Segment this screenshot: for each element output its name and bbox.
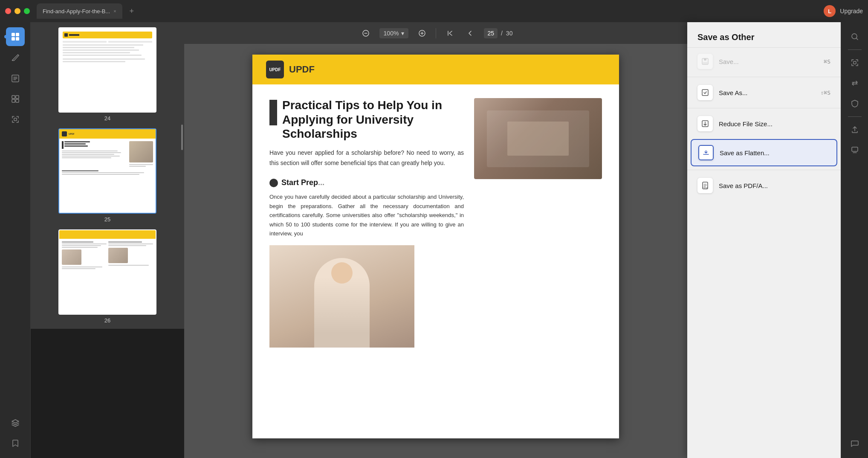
- svg-rect-1: [16, 33, 19, 36]
- title-bar-right: L Upgrade: [824, 5, 863, 17]
- save-menu-item-pdfa[interactable]: PDF/A Save as PDF/A...: [687, 172, 841, 199]
- pdf-header: UPDF UPDF: [252, 55, 619, 84]
- thumbnail-page-24[interactable]: 24: [58, 27, 156, 122]
- ocr-icon-right[interactable]: [845, 53, 864, 72]
- zoom-out-button[interactable]: [359, 26, 373, 40]
- save-menu-item-flatten[interactable]: Save as Flatten...: [691, 139, 837, 166]
- user-avatar[interactable]: L: [824, 5, 836, 17]
- svg-rect-19: [854, 61, 856, 64]
- pdf-body-text-2: Once you have carefully decided about a …: [269, 192, 464, 238]
- search-icon-right[interactable]: [845, 27, 864, 46]
- save-menu-item-save[interactable]: Save... ⌘S: [687, 48, 841, 75]
- save-panel-title: Save as Other: [697, 32, 830, 42]
- right-sidebar: [841, 22, 868, 458]
- svg-rect-3: [16, 37, 19, 41]
- zoom-chevron-icon: ▾: [401, 30, 404, 37]
- title-bar: Find-and-Apply-For-the-B... × + L Upgrad…: [0, 0, 868, 22]
- share-icon-right[interactable]: [845, 120, 864, 139]
- save-as-icon: [697, 85, 713, 100]
- close-button[interactable]: [5, 8, 11, 14]
- sidebar-icon-bookmark[interactable]: [6, 434, 25, 453]
- page-current-input[interactable]: 25: [484, 28, 498, 38]
- upgrade-button[interactable]: Upgrade: [840, 8, 863, 14]
- svg-rect-7: [12, 99, 15, 102]
- pdf-bullet-title: Start Prep...: [269, 178, 464, 187]
- svg-rect-8: [16, 99, 19, 102]
- right-divider-2: [848, 116, 862, 117]
- svg-text:PDF/A: PDF/A: [703, 187, 708, 189]
- tab-close-icon[interactable]: ×: [113, 9, 116, 14]
- save-as-shortcut: ⇧⌘S: [821, 90, 830, 96]
- traffic-lights: [5, 8, 30, 14]
- thumbnail-label-26: 26: [104, 317, 110, 324]
- reduce-icon: [697, 116, 713, 131]
- thumbnail-scrollbar[interactable]: [181, 22, 183, 458]
- pdf-right-column: [474, 98, 602, 348]
- maximize-button[interactable]: [24, 8, 30, 14]
- svg-rect-0: [12, 33, 15, 36]
- convert-icon-right[interactable]: [845, 74, 864, 93]
- new-tab-button[interactable]: +: [126, 5, 138, 17]
- save-shortcut: ⌘S: [824, 58, 830, 65]
- svg-rect-2: [12, 37, 15, 41]
- sidebar-icon-annotate[interactable]: [6, 69, 25, 88]
- sidebar-icon-organize[interactable]: [6, 90, 25, 108]
- save-as-label: Save As...: [719, 89, 815, 96]
- thumbnail-label-24: 24: [104, 115, 110, 122]
- page-total: 30: [506, 30, 513, 37]
- save-divider-3: [687, 170, 841, 170]
- reduce-label: Reduce File Size...: [719, 120, 825, 128]
- pdf-viewport[interactable]: UPDF UPDF Practical Tips to Help You inA…: [184, 44, 687, 458]
- pdf-desk-image: [474, 98, 602, 179]
- thumbnail-page-25[interactable]: UPDF: [58, 128, 156, 223]
- sidebar-icon-thumbnails[interactable]: [6, 27, 25, 46]
- pdf-body-text-1: Have you never applied for a scholarship…: [269, 148, 464, 168]
- thumbnail-panel: 24 UPDF: [31, 22, 184, 329]
- flatten-icon: [698, 145, 714, 160]
- zoom-display[interactable]: 100% ▾: [379, 28, 409, 38]
- toolbar-divider: [436, 28, 436, 38]
- nav-prev-button[interactable]: [463, 26, 477, 40]
- sidebar-icon-layers[interactable]: [6, 414, 25, 432]
- pdf-brand: UPDF: [289, 64, 315, 75]
- active-tab[interactable]: Find-and-Apply-For-the-B... ×: [37, 3, 122, 19]
- svg-rect-20: [852, 147, 858, 151]
- person-illustration: [269, 245, 414, 348]
- protect-icon-right[interactable]: [845, 94, 864, 113]
- zoom-in-button[interactable]: [415, 26, 429, 40]
- toolbar: 100% ▾ 25: [184, 22, 687, 44]
- sidebar-icon-edit[interactable]: [6, 49, 25, 67]
- pdf-page: UPDF UPDF Practical Tips to Help You inA…: [252, 55, 619, 438]
- save-label: Save...: [719, 58, 818, 65]
- svg-rect-6: [16, 96, 19, 99]
- page-navigation: 25 / 30: [484, 28, 512, 38]
- pdf-section-title: Practical Tips to Help You inApplying fo…: [269, 98, 464, 141]
- page-separator: /: [501, 30, 503, 37]
- svg-rect-9: [14, 118, 17, 121]
- main-layout: 24 UPDF: [0, 22, 868, 458]
- pdf-lower-image: [269, 245, 414, 348]
- chat-icon-right[interactable]: [845, 434, 864, 453]
- save-divider-2: [687, 108, 841, 108]
- flatten-label: Save as Flatten...: [720, 149, 824, 157]
- zoom-value: 100%: [384, 30, 399, 37]
- sidebar-icon-ocr[interactable]: [6, 110, 25, 129]
- tab-label: Find-and-Apply-For-the-B...: [43, 8, 110, 14]
- nav-first-button[interactable]: [443, 26, 457, 40]
- save-menu-item-reduce[interactable]: Reduce File Size...: [687, 110, 841, 137]
- save-menu-item-save-as[interactable]: Save As... ⇧⌘S: [687, 79, 841, 106]
- pdf-body: Practical Tips to Help You inApplying fo…: [252, 84, 619, 361]
- save-panel: Save as Other Save... ⌘S: [687, 22, 841, 458]
- right-divider-1: [848, 49, 862, 50]
- pdf-logo: UPDF: [266, 61, 284, 78]
- save-panel-header: Save as Other: [687, 22, 841, 48]
- pdf-left-column: Practical Tips to Help You inApplying fo…: [269, 98, 464, 348]
- pdf-bullet-section: Start Prep... Once you have carefully de…: [269, 178, 464, 238]
- save-divider-1: [687, 77, 841, 77]
- thumbnail-page-26[interactable]: 26: [58, 229, 156, 324]
- stamp-icon-right[interactable]: [845, 141, 864, 159]
- pdf-title-block: [269, 100, 277, 125]
- pdf-title-text: Practical Tips to Help You inApplying fo…: [282, 98, 442, 141]
- minimize-button[interactable]: [14, 8, 20, 14]
- thumbnail-label-25: 25: [104, 216, 110, 223]
